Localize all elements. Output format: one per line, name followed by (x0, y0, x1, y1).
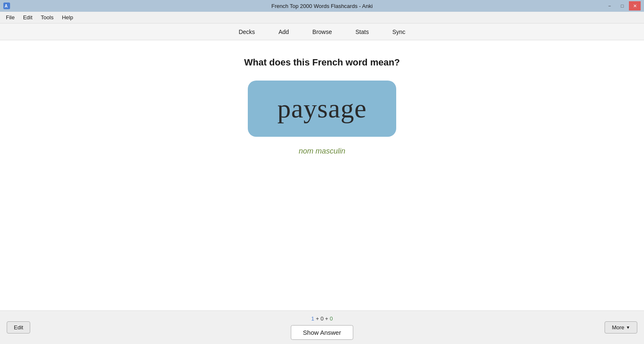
question-text: What does this French word mean? (244, 57, 400, 68)
nav-add[interactable]: Add (275, 27, 292, 37)
menu-edit[interactable]: Edit (19, 13, 36, 22)
due-count: 0 (330, 315, 332, 322)
window-title: French Top 2000 Words Flashcards - Anki (271, 3, 373, 9)
title-bar: A French Top 2000 Words Flashcards - Ank… (0, 0, 644, 12)
bottom-center: 1 + 0 + 0 Show Answer (291, 315, 353, 340)
nav-bar: Decks Add Browse Stats Sync (0, 23, 644, 40)
plus-separator-2: + (325, 315, 328, 322)
more-label: More (612, 324, 624, 331)
main-content: What does this French word mean? paysage… (0, 40, 644, 310)
nav-sync[interactable]: Sync (389, 27, 409, 37)
new-count: 1 (311, 315, 314, 322)
menu-bar: File Edit Tools Help (0, 12, 644, 23)
bottom-bar: Edit 1 + 0 + 0 Show Answer More ▼ (0, 310, 644, 344)
nav-decks[interactable]: Decks (235, 27, 258, 37)
learning-count: 0 (320, 315, 323, 322)
show-answer-button[interactable]: Show Answer (291, 325, 353, 340)
plus-separator-1: + (316, 315, 319, 322)
french-word: paysage (277, 93, 366, 124)
menu-help[interactable]: Help (58, 13, 78, 22)
menu-file[interactable]: File (2, 13, 19, 22)
dropdown-arrow-icon: ▼ (626, 325, 630, 330)
svg-text:A: A (5, 4, 8, 8)
edit-button[interactable]: Edit (7, 321, 30, 334)
app-icon: A (3, 3, 10, 9)
menu-tools[interactable]: Tools (36, 13, 57, 22)
nav-stats[interactable]: Stats (352, 27, 372, 37)
word-type: nom masculin (299, 147, 345, 156)
nav-browse[interactable]: Browse (309, 27, 335, 37)
title-bar-left: A (3, 3, 10, 9)
word-bubble: paysage (248, 81, 396, 137)
minimize-button[interactable]: − (604, 1, 615, 10)
close-button[interactable]: ✕ (629, 1, 641, 10)
restore-button[interactable]: □ (616, 1, 628, 10)
more-button[interactable]: More ▼ (605, 321, 637, 334)
window-controls: − □ ✕ (604, 1, 641, 10)
card-counts: 1 + 0 + 0 (311, 315, 332, 322)
